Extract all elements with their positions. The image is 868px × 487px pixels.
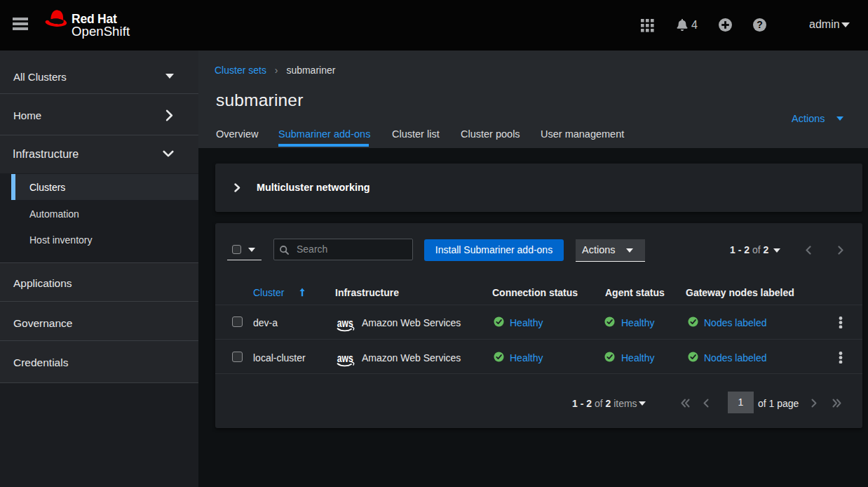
svg-text:?: ?	[757, 19, 763, 30]
svg-text:aws: aws	[337, 353, 353, 365]
svg-text:aws: aws	[337, 318, 353, 330]
